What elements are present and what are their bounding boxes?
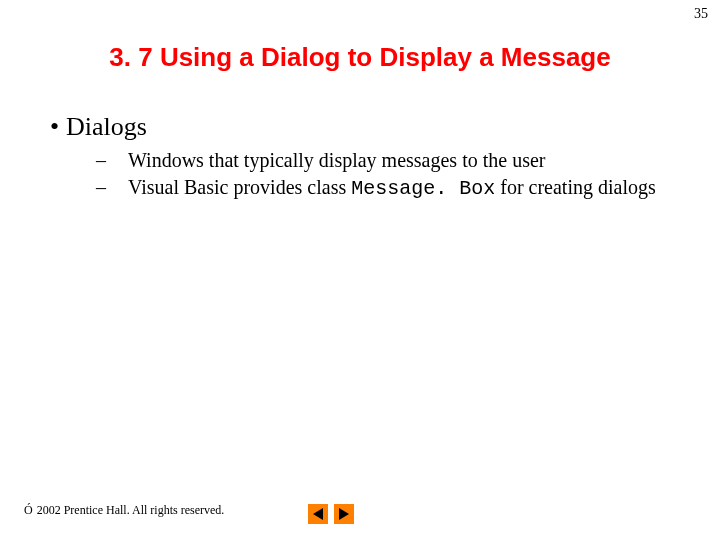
triangle-right-icon: [339, 508, 349, 520]
prev-button[interactable]: [308, 504, 328, 524]
bullet-level-2: –Visual Basic provides class Message. Bo…: [112, 175, 672, 201]
copyright-icon: Ó: [24, 503, 33, 518]
bullet-level-2-prefix: Visual Basic provides class: [128, 176, 351, 198]
triangle-left-icon: [313, 508, 323, 520]
bullet-level-2: –Windows that typically display messages…: [112, 148, 672, 173]
sub-bullet-list: –Windows that typically display messages…: [112, 148, 672, 201]
nav-controls: [308, 504, 354, 524]
bullet-dash-icon: –: [112, 175, 128, 200]
bullet-dash-icon: –: [112, 148, 128, 173]
bullet-level-2-suffix: for creating dialogs: [495, 176, 656, 198]
bullet-level-2-text: Windows that typically display messages …: [128, 149, 545, 171]
bullet-level-1: •Dialogs: [70, 112, 672, 142]
bullet-dot-icon: •: [50, 112, 66, 142]
bullet-level-1-label: Dialogs: [66, 112, 147, 141]
slide: 35 3. 7 Using a Dialog to Display a Mess…: [0, 0, 720, 540]
footer-text: 2002 Prentice Hall. All rights reserved.: [37, 503, 225, 518]
footer: Ó 2002 Prentice Hall. All rights reserve…: [24, 503, 224, 518]
next-button[interactable]: [334, 504, 354, 524]
slide-title: 3. 7 Using a Dialog to Display a Message: [0, 42, 720, 73]
page-number: 35: [694, 6, 708, 22]
slide-body: •Dialogs –Windows that typically display…: [48, 112, 672, 203]
code-text: Message. Box: [351, 177, 495, 200]
